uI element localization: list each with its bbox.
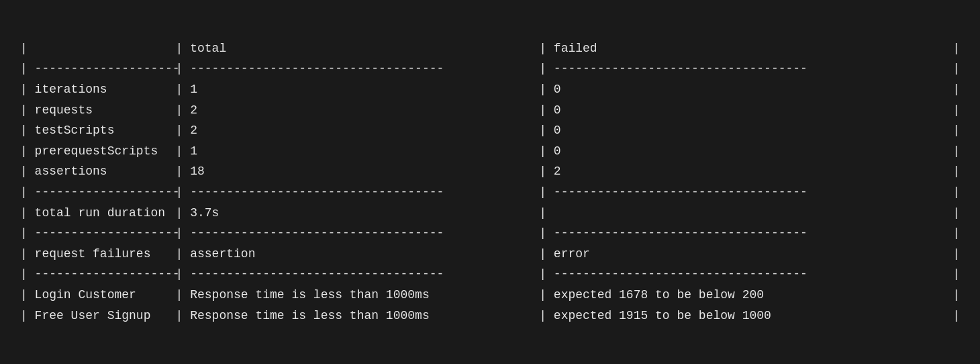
sep-col2: ----------------------------------- [190,58,539,79]
row-label: testScripts [35,120,176,141]
pipe: | [176,264,191,285]
sep-col1: -------------------- [35,58,176,79]
pipe: | [945,58,960,79]
pipe: | [945,182,960,203]
sep-col2: ----------------------------------- [190,182,539,203]
row-label: iterations [35,79,176,100]
duration-failed [554,203,946,224]
header-col1 [35,38,176,59]
failure-error: expected 1678 to be below 200 [554,285,946,306]
pipe: | [176,79,191,100]
pipe: | [539,264,554,285]
pipe: | [176,223,191,244]
pipe: | [945,100,960,121]
row-failed: 0 [554,100,946,121]
sep-col3: ----------------------------------- [554,58,946,79]
pipe: | [20,264,35,285]
pipe: | [20,203,35,224]
pipe: | [945,38,960,59]
pipe: | [945,79,960,100]
sep-col1: -------------------- [35,223,176,244]
separator-row-3: | -------------------- | ---------------… [20,223,960,244]
duration-value: 3.7s [190,203,539,224]
row-total: 1 [190,79,539,100]
pipe: | [176,38,191,59]
pipe: | [20,306,35,326]
pipe: | [20,120,35,141]
pipe: | [539,58,554,79]
failures-assertion-header: assertion [190,244,539,265]
row-failed: 2 [554,161,946,182]
pipe: | [20,244,35,265]
table-row: | assertions | 18 | 2 | [20,161,960,182]
pipe: | [945,120,960,141]
failures-header-row: | request failures | assertion | error | [20,244,960,265]
failure-error: expected 1915 to be below 1000 [554,306,946,326]
row-label: assertions [35,161,176,182]
pipe: | [20,100,35,121]
pipe: | [20,141,35,162]
pipe: | [945,203,960,224]
pipe: | [539,141,554,162]
failure-row: | Login Customer | Response time is less… [20,285,960,306]
pipe: | [176,306,191,326]
pipe: | [20,223,35,244]
pipe: | [176,203,191,224]
table-header-row: | | total | failed | [20,38,960,59]
pipe: | [539,306,554,326]
pipe: | [20,285,35,306]
sep-col1: -------------------- [35,182,176,203]
sep-col2: ----------------------------------- [190,264,539,285]
row-failed: 0 [554,79,946,100]
pipe: | [176,120,191,141]
pipe: | [20,182,35,203]
pipe: | [20,79,35,100]
terminal-output: | | total | failed | | -----------------… [13,25,967,339]
table-row: | prerequestScripts | 1 | 0 | [20,141,960,162]
pipe: | [945,141,960,162]
sep-col3: ----------------------------------- [554,182,946,203]
pipe: | [945,161,960,182]
pipe: | [539,79,554,100]
header-col2: total [190,38,539,59]
row-total: 2 [190,120,539,141]
failures-label: request failures [35,244,176,265]
table-row: | testScripts | 2 | 0 | [20,120,960,141]
separator-row-2: | -------------------- | ---------------… [20,182,960,203]
pipe: | [945,223,960,244]
pipe: | [20,58,35,79]
duration-row: | total run duration | 3.7s | | [20,203,960,224]
failures-error-header: error [554,244,946,265]
pipe: | [20,161,35,182]
pipe: | [539,223,554,244]
pipe: | [176,161,191,182]
sep-col3: ----------------------------------- [554,264,946,285]
row-total: 1 [190,141,539,162]
pipe: | [176,100,191,121]
pipe: | [945,285,960,306]
table-row: | iterations | 1 | 0 | [20,79,960,100]
pipe: | [539,38,554,59]
pipe: | [176,285,191,306]
sep-col1: -------------------- [35,264,176,285]
pipe: | [945,264,960,285]
pipe: | [539,285,554,306]
row-failed: 0 [554,120,946,141]
pipe: | [945,244,960,265]
header-col3: failed [554,38,946,59]
row-failed: 0 [554,141,946,162]
row-label: requests [35,100,176,121]
pipe: | [176,182,191,203]
pipe: | [176,244,191,265]
failure-row: | Free User Signup | Response time is le… [20,306,960,326]
row-total: 2 [190,100,539,121]
failure-assertion: Response time is less than 1000ms [190,285,539,306]
duration-label: total run duration [35,203,176,224]
pipe: | [539,182,554,203]
separator-row-1: | -------------------- | ---------------… [20,58,960,79]
pipe: | [176,58,191,79]
failure-label: Free User Signup [35,306,176,326]
pipe: | [539,244,554,265]
separator-row-4: | -------------------- | ---------------… [20,264,960,285]
pipe: | [539,203,554,224]
